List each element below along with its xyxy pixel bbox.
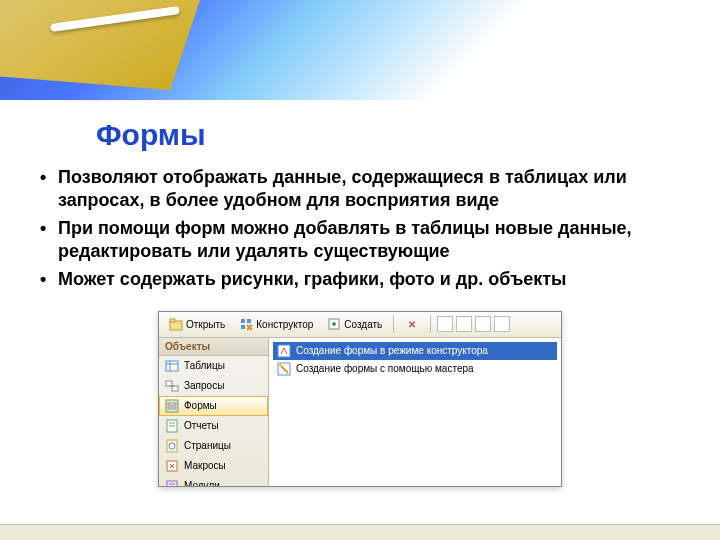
sidebar-label: Отчеты [184, 420, 219, 431]
objects-sidebar: Объекты Таблицы Запросы Формы Отчеты Стр… [159, 338, 269, 486]
sidebar-header-objects: Объекты [159, 338, 268, 356]
svg-rect-9 [166, 381, 172, 386]
view-large-icons-button[interactable] [437, 316, 453, 332]
slide-hero-image [0, 0, 720, 100]
table-icon [165, 359, 179, 373]
open-icon [169, 317, 183, 331]
svg-rect-14 [168, 407, 176, 409]
open-button[interactable]: Открыть [163, 314, 231, 334]
design-button[interactable]: Конструктор [233, 314, 319, 334]
create-label: Создать [344, 319, 382, 330]
macro-icon [165, 459, 179, 473]
view-list-button[interactable] [475, 316, 491, 332]
bullet-list: Позволяют отображать данные, содержащиес… [0, 166, 720, 291]
sidebar-label: Модули [184, 480, 220, 486]
svg-rect-2 [241, 319, 245, 323]
sidebar-item-macros[interactable]: Макросы [159, 456, 268, 476]
sidebar-label: Запросы [184, 380, 224, 391]
sidebar-item-modules[interactable]: Модули [159, 476, 268, 486]
query-icon [165, 379, 179, 393]
module-icon [165, 479, 179, 486]
view-small-icons-button[interactable] [456, 316, 472, 332]
svg-rect-24 [278, 345, 290, 357]
sidebar-label: Страницы [184, 440, 231, 451]
svg-rect-3 [247, 319, 251, 323]
sidebar-label: Формы [184, 400, 217, 411]
svg-rect-13 [168, 403, 176, 405]
create-button[interactable]: Создать [321, 314, 388, 334]
sidebar-label: Макросы [184, 460, 226, 471]
bullet-item: Может содержать рисунки, графики, фото и… [32, 268, 682, 291]
sidebar-item-queries[interactable]: Запросы [159, 376, 268, 396]
slide-title: Формы [96, 118, 720, 152]
create-icon [327, 317, 341, 331]
svg-rect-4 [241, 325, 245, 329]
report-icon [165, 419, 179, 433]
svg-rect-6 [166, 361, 178, 371]
design-icon [239, 317, 253, 331]
form-icon [165, 399, 179, 413]
access-db-window: Открыть Конструктор Создать ✕ Объекты Та… [158, 311, 562, 487]
design-label: Конструктор [256, 319, 313, 330]
bullet-item: Позволяют отображать данные, содержащиес… [32, 166, 682, 213]
delete-icon: ✕ [405, 317, 419, 331]
svg-rect-10 [172, 386, 178, 391]
svg-rect-1 [170, 319, 175, 322]
list-item-label: Создание формы с помощью мастера [296, 363, 474, 374]
main-list: Создание формы в режиме конструктора Соз… [269, 338, 561, 486]
view-details-button[interactable] [494, 316, 510, 332]
sidebar-item-reports[interactable]: Отчеты [159, 416, 268, 436]
sidebar-label: Таблицы [184, 360, 225, 371]
sidebar-item-forms[interactable]: Формы [159, 396, 268, 416]
page-icon [165, 439, 179, 453]
bullet-item: При помощи форм можно добавлять в таблиц… [32, 217, 682, 264]
list-item-create-wizard[interactable]: Создание формы с помощью мастера [273, 360, 557, 378]
wizard-icon [277, 344, 291, 358]
list-item-create-design[interactable]: Создание формы в режиме конструктора [273, 342, 557, 360]
wizard-icon [277, 362, 291, 376]
svg-rect-12 [166, 400, 178, 412]
delete-button[interactable]: ✕ [399, 314, 425, 334]
sidebar-item-pages[interactable]: Страницы [159, 436, 268, 456]
separator [393, 315, 394, 333]
slide-footer-bar [0, 524, 720, 540]
separator [430, 315, 431, 333]
toolbar: Открыть Конструктор Создать ✕ [159, 312, 561, 338]
sidebar-item-tables[interactable]: Таблицы [159, 356, 268, 376]
open-label: Открыть [186, 319, 225, 330]
list-item-label: Создание формы в режиме конструктора [296, 345, 488, 356]
svg-point-26 [278, 363, 282, 367]
